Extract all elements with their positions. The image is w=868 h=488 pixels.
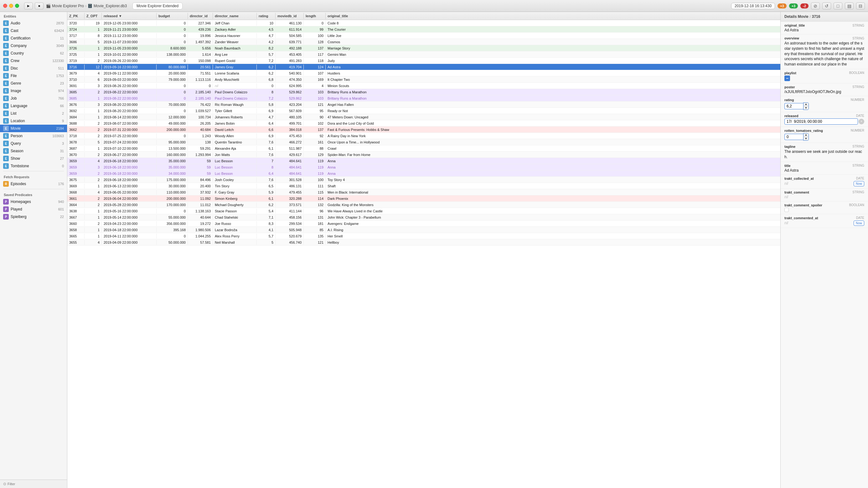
table-row[interactable]: 3710 6 2019-09-03 22:00:000 79.000.000 1… [67,77,780,83]
table-row[interactable]: 3679 4 2019-09-11 22:00:000 20.000.000 7… [67,70,780,77]
table-row[interactable]: 3718 2 2019-07-25 22:00:000 0 1.243 Wood… [67,133,780,139]
layout-button-3[interactable]: ⊟ [856,2,865,9]
sidebar-item-homepages[interactable]: P Homepages 940 [0,198,67,206]
table-row[interactable]: 3716 12 2019-09-16 22:00:000 80.000.000 … [67,64,780,70]
sidebar-item-certification[interactable]: E Certification 11 [0,34,67,42]
now-btn-trakt_collected_at[interactable]: Now [854,181,864,186]
sidebar-item-person[interactable]: E Person 103663 [0,132,67,140]
table-row[interactable]: 3685 1 2019-08-22 22:00:000 0 2.185.140 … [67,95,780,101]
sidebar-item-location[interactable]: E Location 9 [0,117,67,125]
sidebar-item-played[interactable]: P Played 601 [0,206,67,213]
layout-button-1[interactable]: □ [834,2,842,9]
table-row[interactable]: 3692 1 2019-08-20 22:00:000 0 1.039.527 … [67,108,780,114]
table-row[interactable]: 3655 4 2019-04-09 22:00:000 50.000.000 5… [67,239,780,246]
filter-input[interactable] [7,482,64,486]
col-header-director-name[interactable]: director_name [213,13,257,19]
table-row[interactable]: 3691 3 2019-08-26 22:00:000 0 0 nil 0 62… [67,83,780,89]
sidebar-item-audio[interactable]: E Audio 2870 [0,20,67,27]
tab-movie-explorer-extended[interactable]: Movie Explorer Extended [132,2,183,9]
cell-director-id: 100.734 [188,115,213,120]
sidebar-item-crew[interactable]: E Crew 122330 [0,57,67,64]
cell-director-name: Stacie Passon [213,209,257,214]
table-row[interactable]: 3638 1 2019-05-16 22:00:000 0 1.138.163 … [67,208,780,214]
table-row[interactable]: 3688 2 2019-08-07 22:00:000 49.000.000 2… [67,120,780,126]
table-row[interactable]: 3719 2 2019-09-26 22:00:000 0 150.098 Ru… [67,58,780,64]
cell-director-name: Noah Baumbach [213,46,257,51]
table-row[interactable]: 3717 8 2019-11-12 23:00:000 0 19.896 Jes… [67,33,780,39]
table-row[interactable]: 3725 1 2019-10-01 22:00:000 138.000.000 … [67,51,780,58]
table-row[interactable]: 3662 2 2019-07-31 22:00:000 200.000.000 … [67,126,780,133]
col-header-director-id[interactable]: director_id [188,13,213,19]
sidebar-item-file[interactable]: E File 1753 [0,72,67,80]
table-row[interactable]: 3669 1 2019-06-13 22:00:000 30.000.000 2… [67,183,780,189]
table-scroll[interactable]: 3720 19 2019-12-05 23:00:000 0 227.346 J… [67,20,780,488]
col-header-moviedb[interactable]: moviedb_id [276,13,304,19]
sidebar-item-show[interactable]: E Show 27 [0,155,67,162]
table-row[interactable]: 3726 1 2019-11-05 23:00:000 8.600.000 5.… [67,45,780,51]
table-row[interactable]: 3661 2 2019-06-04 22:00:000 200.000.000 … [67,195,780,202]
table-row[interactable]: 3668 4 2019-06-05 22:00:000 110.000.000 … [67,189,780,195]
stop-button[interactable]: ■ [35,2,43,9]
app-name[interactable]: Movie Explorer Pro [52,4,84,8]
col-header-original-title[interactable]: original_title [326,13,780,19]
sidebar-item-movie[interactable]: E Movie 2184 [0,125,67,132]
date-field-released[interactable] [784,118,858,125]
sidebar-item-image[interactable]: E Image 974 [0,87,67,95]
col-header-rating[interactable]: rating [257,13,276,19]
sidebar-item-episodes[interactable]: R Episodes 176 [0,180,67,188]
refresh-button[interactable]: ↺ [822,2,831,9]
stepper-input-rating[interactable] [784,103,803,109]
table-row[interactable]: 3667 1 2019-05-14 22:00:000 55.000.000 4… [67,214,780,220]
sidebar-item-query[interactable]: E Query 3 [0,140,67,147]
sidebar-item-country[interactable]: E Country 62 [0,50,67,57]
sidebar-item-disc[interactable]: E Disc 511 [0,64,67,72]
layout-button-2[interactable]: ▤ [845,2,854,9]
table-row[interactable]: 3720 19 2019-12-05 23:00:000 0 227.346 J… [67,20,780,26]
table-row[interactable]: 3676 3 2019-08-20 22:00:000 70.000.000 7… [67,101,780,108]
table-row[interactable]: 3660 2 2019-04-23 22:00:000 356.000.000 … [67,220,780,227]
sidebar-item-genre[interactable]: E Genre 23 [0,80,67,87]
stepper-down-rotten_tomatoes_rating[interactable]: ▼ [804,137,808,140]
table-row[interactable]: 3659 2 2019-06-18 22:00:000 34.000.000 5… [67,171,780,177]
stepper-down-rating[interactable]: ▼ [804,106,808,110]
checkbox-trakt_comment_spoiler[interactable] [784,208,789,212]
table-row[interactable]: 3659 4 2019-06-18 22:00:000 35.000.000 5… [67,158,780,164]
sidebar-item-company[interactable]: E Company 3049 [0,42,67,50]
sidebar-item-season[interactable]: E Season 31 [0,147,67,155]
col-header-length[interactable]: length [304,13,326,19]
table-row[interactable]: 3678 5 2019-07-24 22:00:000 95.000.000 1… [67,139,780,145]
table-row[interactable]: 3686 5 2019-11-07 23:00:000 0 1.497.392 … [67,39,780,45]
table-row[interactable]: 3659 3 2019-06-18 22:00:000 35.000.000 5… [67,164,780,171]
db-name[interactable]: Movie_Explorer.db3 [94,4,127,8]
table-row[interactable]: 3670 2 2019-06-27 22:00:000 160.000.000 … [67,152,780,158]
sidebar-item-language[interactable]: E Language 66 [0,102,67,110]
sidebar-item-cast[interactable]: E Cast 63424 [0,27,67,34]
table-row[interactable]: 3664 2 2019-05-28 22:00:000 170.000.000 … [67,202,780,208]
play-button[interactable]: ▶ [24,2,33,9]
table-row[interactable]: 3684 1 2019-08-14 22:00:000 12.000.000 1… [67,114,780,120]
stepper-input-rotten_tomatoes_rating[interactable] [784,134,803,140]
table-row[interactable]: 3685 2 2019-08-22 22:00:000 0 2.185.140 … [67,89,780,95]
now-btn-trakt_commented_at[interactable]: Now [854,220,864,226]
table-row[interactable]: 3658 1 2019-04-18 22:00:000 395.168 1.98… [67,227,780,233]
sidebar-item-tombstone[interactable]: E Tombstone 0 [0,162,67,170]
table-row[interactable]: 3675 2 2019-06-18 22:00:000 175.000.000 … [67,177,780,183]
boolean-minus-playlist[interactable]: − [784,75,790,81]
filter-button[interactable]: ⊘ [811,2,820,9]
zoom-button[interactable] [15,4,19,8]
minimize-button[interactable] [9,4,13,8]
date-clear-btn-released[interactable]: × [859,119,864,124]
col-header-released[interactable]: released ▼ [102,13,157,19]
table-row[interactable]: 3724 1 2019-11-21 23:00:000 0 439.236 Za… [67,26,780,33]
col-header-budget[interactable]: budget [157,13,188,19]
table-row[interactable]: 3665 1 2019-04-11 22:00:000 0 1.044.255 … [67,233,780,239]
col-header-zopt[interactable]: Z_OPT [85,13,102,19]
col-header-zpk[interactable]: Z_PK [67,13,85,19]
table-row[interactable]: 3687 1 2019-07-10 22:00:000 13.500.000 5… [67,145,780,152]
sidebar-item-list[interactable]: E List 2 [0,110,67,117]
close-button[interactable] [3,4,7,8]
sidebar-item-spielberg[interactable]: P Spielberg 22 [0,213,67,220]
stepper-up-rotten_tomatoes_rating[interactable]: ▲ [804,133,808,137]
sidebar-item-job[interactable]: E Job 766 [0,95,67,102]
stepper-up-rating[interactable]: ▲ [804,103,808,106]
